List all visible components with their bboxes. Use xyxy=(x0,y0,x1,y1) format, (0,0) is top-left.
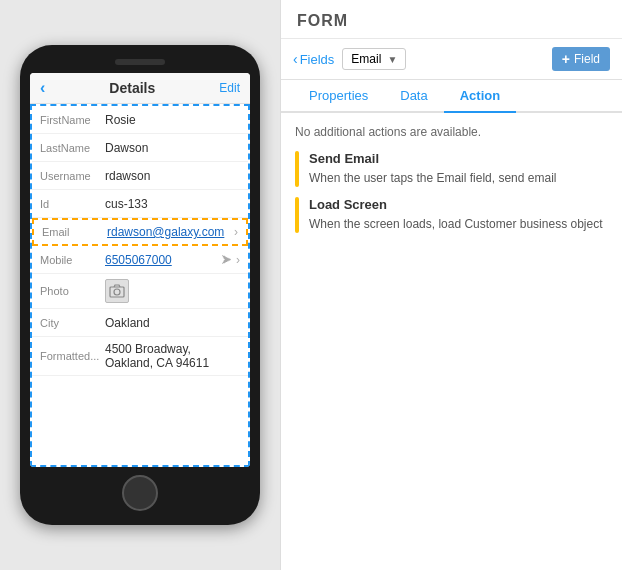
card-bar-send-email xyxy=(295,151,299,187)
left-panel: ‹ Details Edit FirstName Rosie LastName … xyxy=(0,0,280,570)
screen-content: FirstName Rosie LastName Dawson Username… xyxy=(30,104,250,467)
no-actions-text: No additional actions are available. xyxy=(295,125,608,139)
edit-button[interactable]: Edit xyxy=(219,81,240,95)
load-screen-description: When the screen loads, load Customer bus… xyxy=(309,216,608,233)
field-label-email: Email xyxy=(42,226,107,238)
mobile-chevron-icon: › xyxy=(236,253,240,267)
field-label-id: Id xyxy=(40,198,105,210)
field-row-city: City Oakland xyxy=(32,309,248,337)
screen-title: Details xyxy=(109,80,155,96)
field-row-firstname: FirstName Rosie xyxy=(32,106,248,134)
tabs-row: Properties Data Action xyxy=(281,80,622,113)
card-bar-load-screen xyxy=(295,197,299,233)
email-dropdown[interactable]: Email ▼ xyxy=(342,48,406,70)
right-panel: FORM ‹ Fields Email ▼ + Field Properties… xyxy=(280,0,622,570)
phone-mockup: ‹ Details Edit FirstName Rosie LastName … xyxy=(20,45,260,525)
action-content: No additional actions are available. Sen… xyxy=(281,113,622,570)
field-row-formatted: Formatted... 4500 Broadway, Oakland, CA … xyxy=(32,337,248,376)
field-value-firstname: Rosie xyxy=(105,113,240,127)
field-value-city: Oakland xyxy=(105,316,240,330)
field-row-mobile[interactable]: Mobile 6505067000 ⮞ › xyxy=(32,246,248,274)
plus-icon: + xyxy=(562,51,570,67)
tab-properties[interactable]: Properties xyxy=(293,80,384,113)
phone-screen: ‹ Details Edit FirstName Rosie LastName … xyxy=(30,73,250,467)
field-label-photo: Photo xyxy=(40,285,105,297)
fields-back-button[interactable]: ‹ Fields xyxy=(293,51,334,67)
dropdown-arrow-icon: ▼ xyxy=(387,54,397,65)
load-screen-title: Load Screen xyxy=(309,197,608,212)
cursor-icon: ⮞ xyxy=(221,254,232,266)
send-email-description: When the user taps the Email field, send… xyxy=(309,170,608,187)
tab-action[interactable]: Action xyxy=(444,80,516,113)
fields-bar: ‹ Fields Email ▼ + Field xyxy=(281,39,622,80)
send-email-title: Send Email xyxy=(309,151,608,166)
field-label-mobile: Mobile xyxy=(40,254,105,266)
field-row-email[interactable]: Email rdawson@galaxy.com › xyxy=(32,218,248,246)
card-content-send-email: Send Email When the user taps the Email … xyxy=(309,151,608,187)
send-email-card: Send Email When the user taps the Email … xyxy=(295,151,608,187)
back-button[interactable]: ‹ xyxy=(40,79,45,97)
phone-home-button[interactable] xyxy=(122,475,158,511)
tab-data[interactable]: Data xyxy=(384,80,443,113)
field-row-photo: Photo xyxy=(32,274,248,309)
form-title: FORM xyxy=(281,0,622,39)
photo-icon xyxy=(105,279,129,303)
field-row-lastname: LastName Dawson xyxy=(32,134,248,162)
fields-back-label[interactable]: Fields xyxy=(300,52,335,67)
email-chevron-icon: › xyxy=(234,225,238,239)
add-field-button[interactable]: + Field xyxy=(552,47,610,71)
field-label-lastname: LastName xyxy=(40,142,105,154)
field-value-email[interactable]: rdawson@galaxy.com xyxy=(107,225,230,239)
load-screen-card: Load Screen When the screen loads, load … xyxy=(295,197,608,233)
dropdown-value: Email xyxy=(351,52,381,66)
field-value-mobile[interactable]: 6505067000 xyxy=(105,253,219,267)
field-row-username: Username rdawson xyxy=(32,162,248,190)
field-row-id: Id cus-133 xyxy=(32,190,248,218)
field-label-formatted: Formatted... xyxy=(40,350,105,362)
field-label-firstname: FirstName xyxy=(40,114,105,126)
field-label-username: Username xyxy=(40,170,105,182)
back-chevron-icon: ‹ xyxy=(293,51,298,67)
field-label-city: City xyxy=(40,317,105,329)
screen-header: ‹ Details Edit xyxy=(30,73,250,104)
field-value-username: rdawson xyxy=(105,169,240,183)
field-value-lastname: Dawson xyxy=(105,141,240,155)
phone-speaker xyxy=(115,59,165,65)
svg-point-1 xyxy=(114,289,120,295)
add-field-label: Field xyxy=(574,52,600,66)
field-value-id: cus-133 xyxy=(105,197,240,211)
field-value-formatted: 4500 Broadway, Oakland, CA 94611 xyxy=(105,342,240,370)
card-content-load-screen: Load Screen When the screen loads, load … xyxy=(309,197,608,233)
